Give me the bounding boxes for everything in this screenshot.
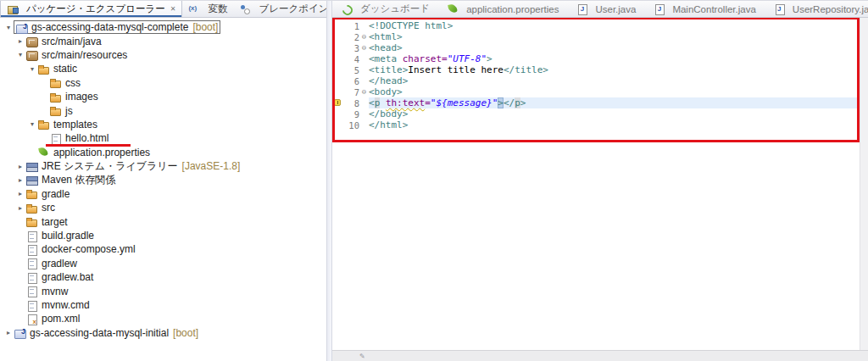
editor-tab-application-properties[interactable]: application.properties bbox=[438, 1, 567, 17]
collapse-arrow-icon[interactable]: ▾ bbox=[27, 65, 37, 73]
tree-item-gs-accessing-data-mysql-initial[interactable]: ▸gs-accessing-data-mysql-initial[boot] bbox=[0, 326, 326, 340]
tree-item-label: target bbox=[42, 216, 68, 228]
fold-minus-icon[interactable]: ⊖ bbox=[359, 88, 369, 96]
code-line-text[interactable]: <head> bbox=[369, 42, 860, 53]
tree-item-jre[interactable]: ▸JRE システム・ライブラリー[JavaSE-1.8] bbox=[0, 159, 326, 173]
close-icon[interactable]: ✕ bbox=[170, 5, 176, 13]
editor-tab-user-java[interactable]: User.java bbox=[567, 1, 644, 17]
editor-vertical-scrollbar[interactable] bbox=[860, 18, 868, 350]
code-line[interactable]: 4<meta charset="UTF-8"> bbox=[332, 53, 860, 64]
expand-arrow-icon[interactable]: ▸ bbox=[15, 163, 25, 170]
line-number: 8 bbox=[342, 98, 359, 108]
code-line[interactable]: 7⊖<body> bbox=[332, 86, 860, 97]
code-line-text[interactable]: <!DOCTYPE html> bbox=[369, 20, 860, 31]
editor-tab-maincontroller-java[interactable]: MainController.java bbox=[644, 1, 764, 17]
code-segment: <body> bbox=[369, 86, 403, 97]
code-line-text[interactable]: <meta charset="UTF-8"> bbox=[369, 53, 860, 64]
code-line-text[interactable]: <html> bbox=[369, 31, 860, 42]
line-number: 10 bbox=[342, 120, 359, 131]
view-tab-label: パッケージ・エクスプローラー bbox=[26, 3, 165, 15]
code-line-text[interactable]: </html> bbox=[369, 119, 860, 131]
tree-item-box: images bbox=[49, 91, 98, 103]
expand-arrow-icon[interactable]: ▸ bbox=[15, 37, 25, 45]
code-line[interactable]: 8<p th:text="${message}"></p> bbox=[332, 97, 860, 108]
code-editor[interactable]: 1<!DOCTYPE html>2⊖<html>3⊖<head>4<meta c… bbox=[332, 18, 860, 350]
editor-tab-item[interactable]: ダッシュボード bbox=[332, 1, 438, 17]
tree-item-box: static bbox=[37, 63, 77, 75]
tree-item-src[interactable]: ▸src bbox=[0, 201, 326, 214]
code-line[interactable]: 5<title>Insert title here</title> bbox=[332, 64, 860, 75]
tree-item-label: application.properties bbox=[53, 147, 150, 158]
tree-item-mvnw-cmd[interactable]: mvnw.cmd bbox=[0, 298, 326, 312]
editor-tab-label: ダッシュボード bbox=[360, 3, 430, 15]
tree-item-label: docker-compose.yml bbox=[42, 243, 136, 255]
code-segment: <!DOCTYPE html> bbox=[369, 20, 453, 31]
code-line[interactable]: 1<!DOCTYPE html> bbox=[332, 20, 860, 31]
folder-icon bbox=[37, 119, 50, 130]
code-line[interactable]: 6</head> bbox=[332, 75, 860, 86]
view-tab-label: 変数 bbox=[208, 3, 227, 15]
tree-item-box: mvnw bbox=[25, 286, 68, 297]
tree-item-static[interactable]: ▾static bbox=[0, 62, 326, 75]
tree-item-label: images bbox=[65, 91, 98, 103]
code-line-text[interactable]: <title>Insert title here</title> bbox=[369, 64, 860, 75]
line-number: 3 bbox=[342, 43, 359, 53]
fold-minus-icon[interactable]: ⊖ bbox=[359, 33, 369, 41]
tree-item-box: gs-accessing-data-mysql-initial[boot] bbox=[14, 327, 198, 339]
expand-arrow-icon[interactable]: ▸ bbox=[15, 176, 25, 184]
tree-item-templates[interactable]: ▾templates bbox=[0, 118, 326, 131]
tree-item-src-main-resources[interactable]: ▾src/main/resources bbox=[0, 48, 326, 62]
collapse-arrow-icon[interactable]: ▾ bbox=[3, 24, 14, 31]
expand-arrow-icon[interactable]: ▸ bbox=[3, 329, 14, 336]
view-tab-item[interactable]: パッケージ・エクスプローラー✕ bbox=[0, 1, 182, 17]
variables-icon bbox=[188, 3, 201, 14]
tree-item-mvnw[interactable]: mvnw bbox=[0, 284, 326, 297]
editor-panel: ダッシュボードapplication.propertiesUser.javaMa… bbox=[332, 1, 868, 361]
fold-minus-icon[interactable]: ⊖ bbox=[359, 44, 369, 52]
tree-item-label: pom.xml bbox=[42, 313, 80, 325]
collapse-arrow-icon[interactable]: ▾ bbox=[15, 51, 25, 58]
tree-item-label: gradlew.bat bbox=[42, 271, 93, 283]
folder-icon bbox=[49, 77, 62, 88]
tree-item-application-properties[interactable]: application.properties bbox=[0, 146, 326, 159]
tree-item-decorator: [boot] bbox=[173, 327, 198, 339]
tree-item-box: docker-compose.yml bbox=[25, 243, 136, 255]
tree-item-css[interactable]: css bbox=[0, 76, 326, 90]
collapse-arrow-icon[interactable]: ▾ bbox=[27, 120, 37, 128]
code-segment: Insert title here bbox=[408, 64, 504, 75]
tree-item-label: Maven 依存関係 bbox=[42, 173, 115, 187]
code-line-text[interactable]: </body> bbox=[369, 108, 860, 119]
tree-item-pom-xml[interactable]: pom.xml bbox=[0, 312, 326, 325]
tree-item-hello-html[interactable]: hello.html bbox=[0, 131, 326, 145]
tree-item-box: mvnw.cmd bbox=[25, 299, 90, 311]
tree-item-label: js bbox=[65, 105, 73, 117]
code-line[interactable]: 10</html> bbox=[332, 119, 860, 131]
library-icon bbox=[25, 161, 38, 172]
code-line-text[interactable]: </head> bbox=[369, 75, 860, 86]
view-tab-item[interactable]: 変数 bbox=[182, 1, 233, 17]
expand-arrow-icon[interactable]: ▸ bbox=[15, 204, 25, 212]
expand-arrow-icon[interactable]: ▸ bbox=[15, 190, 25, 197]
tree-item-docker-compose-yml[interactable]: docker-compose.yml bbox=[0, 242, 326, 256]
editor-tab-userrepository-java[interactable]: UserRepository.java bbox=[765, 1, 868, 17]
panel-sash[interactable] bbox=[326, 1, 332, 361]
code-line-text[interactable]: <p th:text="${message}"></p> bbox=[369, 97, 860, 108]
tree-item-js[interactable]: js bbox=[0, 103, 326, 117]
tree-item-gradlew[interactable]: gradlew bbox=[0, 257, 326, 270]
tree-item-gs-accessing-data-mysql-complete[interactable]: ▾gs-accessing-data-mysql-complete[boot] bbox=[0, 20, 326, 34]
tree-item-images[interactable]: images bbox=[0, 90, 326, 103]
tree-item-gradle[interactable]: ▸gradle bbox=[0, 187, 326, 201]
code-line-text[interactable]: <body> bbox=[369, 86, 860, 97]
code-segment: <html> bbox=[369, 31, 403, 42]
code-segment: </ bbox=[504, 97, 515, 108]
code-line[interactable]: 2⊖<html> bbox=[332, 31, 860, 42]
tree-item-target[interactable]: target bbox=[0, 214, 326, 228]
code-line[interactable]: 9</body> bbox=[332, 108, 860, 119]
code-line[interactable]: 3⊖<head> bbox=[332, 42, 860, 53]
file-icon bbox=[25, 244, 38, 255]
tree-item-label: JRE システム・ライブラリー bbox=[42, 159, 178, 174]
tree-item-gradlew-bat[interactable]: gradlew.bat bbox=[0, 270, 326, 284]
tree-item-maven[interactable]: ▸Maven 依存関係 bbox=[0, 173, 326, 186]
tree-item-src-main-java[interactable]: ▸src/main/java bbox=[0, 34, 326, 47]
tree-item-build-gradle[interactable]: build.gradle bbox=[0, 229, 326, 242]
